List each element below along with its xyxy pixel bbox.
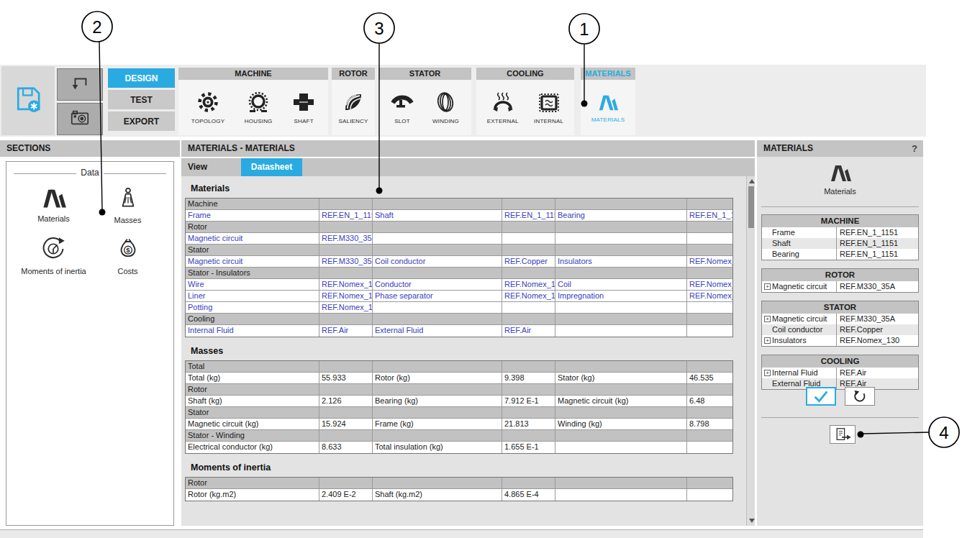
restore-button[interactable] xyxy=(845,387,875,406)
table-group-cell xyxy=(687,478,732,489)
scroll-down-arrow-icon[interactable] xyxy=(749,519,755,523)
saliency-button[interactable]: SALIENCY xyxy=(338,91,368,124)
table-value-cell[interactable]: REF.Nomex_130 xyxy=(687,291,732,302)
tab-datasheet[interactable]: Datasheet xyxy=(241,158,302,176)
panel-row-value[interactable]: REF.EN_1_1151 xyxy=(836,227,918,238)
table-value-cell[interactable]: REF.M330_35A xyxy=(319,256,373,268)
table-row: Magnetic circuitREF.M330_35ACoil conduct… xyxy=(186,256,732,268)
table-value-cell[interactable]: REF.EN_1_1151 xyxy=(687,210,732,222)
table-value-cell[interactable]: REF.Nomex_130 xyxy=(502,279,555,291)
housing-button[interactable]: HOUSING xyxy=(245,91,273,124)
table-value-cell[interactable]: REF.EN_1_1151 xyxy=(319,210,373,222)
table-value-cell: 8.798 xyxy=(687,419,732,430)
panel-row-value[interactable]: REF.EN_1_1151 xyxy=(836,249,918,260)
table-row: Internal FluidREF.AirExternal FluidREF.A… xyxy=(186,325,732,337)
external-cooling-button[interactable]: EXTERNAL xyxy=(487,91,519,124)
table-value-cell[interactable]: REF.Nomex_130 xyxy=(502,291,555,302)
panel-table-row[interactable]: Magnetic circuitREF.M330_35A xyxy=(762,281,918,292)
expand-plus-icon[interactable] xyxy=(764,337,771,344)
panel-row-value[interactable]: REF.Copper xyxy=(836,324,918,335)
table-value-cell[interactable]: REF.Nomex_130 xyxy=(687,279,732,291)
table-group-row: Rotor xyxy=(186,222,732,233)
panel-table-row[interactable]: ShaftREF.EN_1_1151 xyxy=(762,238,918,249)
section-masses: Masses TotalTotal (kg)55.933Rotor (kg)9.… xyxy=(185,346,746,454)
panel-row-value[interactable]: REF.M330_35A xyxy=(836,314,918,324)
shaft-button[interactable]: SHAFT xyxy=(292,91,315,124)
table-group-cell xyxy=(687,314,732,325)
return-arrow-button[interactable] xyxy=(57,68,103,101)
panel-table-cooling: COOLINGInternal FluidREF.AirExternal Flu… xyxy=(761,355,919,390)
table-group-row: Total xyxy=(186,361,732,373)
materials-table: MachineFrameREF.EN_1_1151ShaftREF.EN_1_1… xyxy=(185,198,733,337)
sidebar-item-label: Costs xyxy=(117,267,137,275)
table-value-cell[interactable]: REF.Nomex_130 xyxy=(687,256,732,268)
table-value-cell[interactable]: REF.Air xyxy=(319,325,373,337)
table-value-cell[interactable]: REF.Nomex_130 xyxy=(319,291,373,302)
table-label-cell: Electrical conductor (kg) xyxy=(186,442,319,453)
internal-cooling-icon xyxy=(537,91,561,117)
save-button[interactable] xyxy=(1,66,55,135)
save-floppy-icon xyxy=(12,83,44,118)
table-value-cell[interactable]: REF.Nomex_130 xyxy=(319,302,373,314)
sidebar-item-costs[interactable]: $ Costs xyxy=(115,236,141,275)
export-materials-button[interactable] xyxy=(830,425,856,444)
panel-row-label: Shaft xyxy=(772,238,791,249)
sidebar-item-materials[interactable]: Materials xyxy=(37,186,70,224)
divider xyxy=(761,206,919,207)
panel-row-label: Magnetic circuit xyxy=(772,281,827,292)
slot-button[interactable]: SLOT xyxy=(391,91,414,124)
expand-plus-icon[interactable] xyxy=(764,283,771,290)
table-group-cell xyxy=(687,222,732,233)
table-group-cell: Stator - Winding xyxy=(186,430,319,442)
table-group-cell xyxy=(319,314,373,325)
table-group-cell xyxy=(319,407,373,419)
table-value-cell[interactable]: REF.Air xyxy=(502,325,555,337)
panel-icon-caption: Materials xyxy=(757,187,923,196)
panel-table-row[interactable]: FrameREF.EN_1_1151 xyxy=(762,227,918,238)
validate-button[interactable] xyxy=(806,387,836,406)
sidebar-item-inertia[interactable]: Moments of inertia xyxy=(21,236,86,275)
tab-design[interactable]: DESIGN xyxy=(108,68,175,88)
table-value-cell[interactable]: REF.Copper xyxy=(502,256,555,268)
panel-table-row[interactable]: Internal FluidREF.Air xyxy=(762,368,918,378)
main-tab-strip: View Datasheet xyxy=(181,158,755,176)
table-value-cell[interactable]: REF.Nomex_130 xyxy=(319,279,373,291)
panel-table-row[interactable]: InsulatorsREF.Nomex_130 xyxy=(762,335,918,346)
panel-row-label: Insulators xyxy=(772,335,807,346)
vertical-scrollbar[interactable] xyxy=(746,176,755,526)
restore-icon xyxy=(853,389,867,404)
panel-table-row[interactable]: Magnetic circuitREF.M330_35A xyxy=(762,314,918,324)
scroll-up-arrow-icon[interactable] xyxy=(749,179,755,183)
panel-table-row[interactable]: Coil conductorREF.Copper xyxy=(762,324,918,335)
winding-button[interactable]: WINDING xyxy=(432,91,459,124)
materials-button[interactable]: MATERIALS xyxy=(591,92,625,123)
panel-row-value[interactable]: REF.M330_35A xyxy=(836,281,918,292)
table-value-cell xyxy=(687,233,732,245)
scrollbar-thumb[interactable] xyxy=(748,186,754,228)
table-value-cell: 4.865 E-4 xyxy=(502,489,555,501)
table-group-cell xyxy=(373,430,502,442)
expand-plus-icon[interactable] xyxy=(764,370,771,376)
tab-export[interactable]: EXPORT xyxy=(108,111,175,131)
saliency-label: SALIENCY xyxy=(338,118,368,124)
topology-button[interactable]: TOPOLOGY xyxy=(191,91,224,124)
panel-help-icon[interactable]: ? xyxy=(912,140,917,157)
tab-test[interactable]: TEST xyxy=(108,90,175,109)
table-group-cell xyxy=(555,361,687,373)
expand-plus-icon[interactable] xyxy=(764,316,771,322)
table-row: Magnetic circuit (kg)15.924Frame (kg)21.… xyxy=(186,419,732,430)
sidebar-item-masses[interactable]: Masses xyxy=(114,186,142,224)
tab-view[interactable]: View xyxy=(181,158,239,176)
table-value-cell: 7.912 E-1 xyxy=(502,396,555,407)
panel-row-value[interactable]: REF.EN_1_1151 xyxy=(836,238,918,249)
screenshot-button[interactable] xyxy=(57,103,103,135)
table-value-cell[interactable]: REF.M330_35A xyxy=(319,233,373,245)
panel-row-value[interactable]: REF.Air xyxy=(836,368,918,378)
table-label-cell: Magnetic circuit xyxy=(186,256,319,268)
panel-table-row[interactable]: BearingREF.EN_1_1151 xyxy=(762,249,918,260)
table-group-cell xyxy=(687,245,732,256)
internal-cooling-button[interactable]: INTERNAL xyxy=(534,91,563,124)
table-value-cell xyxy=(687,442,732,453)
panel-row-value[interactable]: REF.Nomex_130 xyxy=(836,335,918,346)
table-value-cell[interactable]: REF.EN_1_1151 xyxy=(502,210,555,222)
